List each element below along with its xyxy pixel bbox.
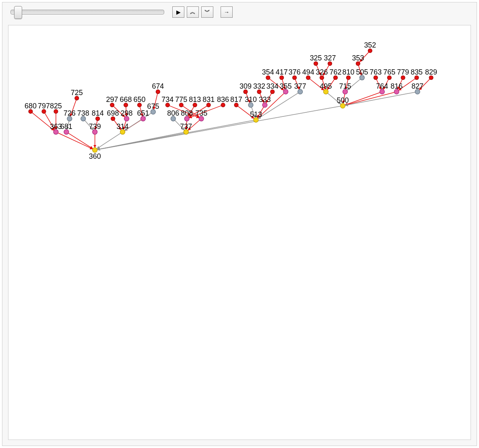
graph-node[interactable]: 495 (320, 82, 332, 94)
graph-node[interactable]: 377 (294, 82, 306, 94)
graph-node[interactable]: 735 (195, 109, 207, 121)
graph-node[interactable]: 353 (352, 54, 364, 66)
graph-node[interactable]: 698 (107, 109, 119, 121)
graph-node[interactable]: 763 (370, 68, 382, 80)
graph-node[interactable]: 816 (390, 82, 403, 94)
node-dot-icon (334, 76, 338, 80)
node-dot-icon (93, 147, 97, 152)
node-label: 327 (324, 54, 336, 62)
speed-up-button[interactable]: ︽ (187, 6, 199, 18)
node-dot-icon (257, 90, 261, 94)
double-chevron-down-icon: ︾ (204, 8, 210, 16)
graph-canvas[interactable]: 3603636817393147375135006807978257257267… (8, 25, 471, 440)
node-dot-icon (401, 76, 405, 80)
graph-node[interactable]: 354 (262, 68, 274, 80)
node-dot-icon (75, 96, 79, 100)
graph-node[interactable]: 650 (133, 95, 145, 107)
graph-node[interactable]: 836 (217, 95, 229, 107)
graph-node[interactable]: 779 (397, 68, 409, 80)
node-label: 298 (121, 109, 133, 117)
graph-node[interactable]: 734 (161, 95, 173, 107)
node-dot-icon (320, 76, 324, 80)
node-dot-icon (234, 103, 238, 107)
graph-node[interactable]: 505 (356, 68, 368, 80)
graph-node[interactable]: 829 (425, 68, 437, 80)
graph-node[interactable]: 762 (330, 68, 342, 80)
graph-node[interactable]: 417 (276, 68, 288, 80)
graph-node[interactable]: 725 (71, 89, 83, 100)
graph-node[interactable]: 797 (38, 102, 50, 114)
node-dot-icon (346, 76, 350, 80)
graph-node[interactable]: 668 (120, 95, 132, 107)
graph-node[interactable]: 332 (253, 82, 265, 94)
graph-node[interactable]: 298 (121, 109, 133, 121)
node-label: 775 (175, 95, 187, 104)
node-label: 715 (339, 82, 351, 90)
graph-node[interactable]: 764 (376, 82, 388, 94)
graph-node[interactable]: 355 (280, 82, 292, 94)
speed-down-button[interactable]: ︾ (201, 6, 213, 18)
node-dot-icon (244, 90, 248, 94)
step-button[interactable]: → (221, 6, 233, 18)
node-dot-icon (270, 90, 275, 94)
graph-node[interactable]: 825 (50, 102, 62, 114)
play-button[interactable]: ▶ (172, 6, 184, 18)
graph-node[interactable]: 325 (310, 54, 322, 66)
timeline-slider[interactable] (10, 10, 164, 15)
node-label: 737 (180, 122, 192, 131)
graph-node[interactable]: 831 (202, 95, 215, 107)
graph-node[interactable]: 314 (117, 122, 129, 135)
graph-node[interactable]: 813 (189, 95, 201, 107)
node-label: 764 (376, 82, 388, 90)
graph-node[interactable]: 739 (89, 122, 101, 135)
node-dot-icon (156, 90, 160, 94)
graph-node[interactable]: 726 (64, 109, 76, 121)
graph-node[interactable]: 309 (240, 82, 252, 94)
graph-node[interactable]: 715 (339, 82, 351, 94)
graph-node[interactable]: 352 (364, 41, 376, 53)
graph-edge (97, 132, 123, 149)
graph-node[interactable]: 376 (289, 68, 301, 80)
graph-node[interactable]: 674 (152, 82, 164, 94)
graph-node[interactable]: 334 (266, 82, 279, 94)
graph-node[interactable]: 651 (137, 109, 149, 121)
node-label: 326 (316, 68, 328, 76)
graph-node[interactable]: 775 (175, 95, 187, 107)
graph-svg[interactable]: 3603636817393147375135006807978257257267… (8, 25, 471, 440)
node-dot-icon (314, 62, 318, 66)
graph-node[interactable]: 681 (60, 122, 72, 135)
node-label: 680 (25, 102, 37, 110)
graph-node[interactable]: 806 (167, 109, 179, 121)
node-dot-icon (165, 103, 169, 107)
node-label: 734 (161, 95, 173, 104)
node-label: 725 (71, 89, 83, 97)
node-dot-icon (415, 76, 419, 80)
graph-node[interactable]: 327 (324, 54, 336, 66)
node-label: 297 (106, 95, 118, 104)
node-label: 500 (337, 96, 349, 104)
graph-node[interactable]: 297 (106, 95, 118, 107)
graph-node[interactable]: 814 (92, 109, 104, 121)
graph-node[interactable]: 333 (259, 95, 271, 108)
graph-node[interactable]: 835 (411, 68, 423, 80)
graph-node[interactable]: 310 (245, 95, 257, 108)
graph-node[interactable]: 326 (316, 68, 328, 80)
graph-node[interactable]: 808 (181, 109, 193, 121)
nodes-layer: 3603636817393147375135006807978257257267… (25, 41, 437, 160)
graph-node[interactable]: 680 (25, 102, 37, 114)
node-label: 314 (117, 122, 129, 131)
node-label: 813 (189, 95, 201, 104)
graph-node[interactable]: 810 (342, 68, 354, 80)
graph-node[interactable]: 817 (230, 95, 242, 107)
graph-node[interactable]: 765 (383, 68, 395, 80)
timeline-slider-thumb[interactable] (14, 6, 22, 19)
node-label: 825 (50, 102, 62, 110)
node-label: 835 (411, 68, 423, 76)
node-dot-icon (429, 76, 433, 80)
node-label: 726 (64, 109, 76, 117)
graph-node[interactable]: 494 (302, 68, 314, 80)
graph-node[interactable]: 738 (77, 109, 89, 121)
node-label: 310 (245, 95, 257, 104)
app-panel: ▶ ︽ ︾ → 36036368173931473751350068079782… (2, 2, 477, 446)
node-dot-icon (387, 76, 391, 80)
